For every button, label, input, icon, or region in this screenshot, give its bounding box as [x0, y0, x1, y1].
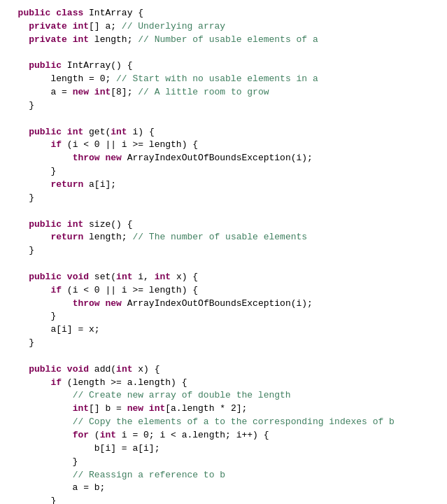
code-line: // Copy the elements of a to the corresp… — [0, 416, 447, 429]
code-line: } — [0, 192, 447, 205]
code-line: a[i] = x; — [0, 323, 447, 337]
code-line: int[] b = new int[a.length * 2]; — [0, 402, 447, 416]
code-line: throw new ArrayIndexOutOfBoundsException… — [0, 298, 447, 311]
code-line: public int get(int i) { — [0, 126, 447, 139]
code-line: public void set(int i, int x) { — [0, 271, 447, 284]
code-line — [0, 113, 447, 126]
code-line: // Create new array of double the length — [0, 389, 447, 402]
code-line: b[i] = a[i]; — [0, 442, 447, 456]
code-line: private int[] a; // Underlying array — [0, 20, 447, 34]
code-line: } — [0, 99, 447, 113]
code-line: a = new int[8]; // A little room to grow — [0, 86, 447, 99]
code-line: } — [0, 456, 447, 469]
code-line: if (i < 0 || i >= length) { — [0, 284, 447, 298]
code-editor: public class IntArray { private int[] a;… — [0, 0, 447, 504]
code-line: public IntArray() { — [0, 59, 447, 73]
code-line: return length; // The number of usable e… — [0, 231, 447, 244]
code-line: } — [0, 244, 447, 258]
code-line: if (i < 0 || i >= length) { — [0, 139, 447, 152]
code-line: } — [0, 337, 447, 350]
code-line — [0, 350, 447, 363]
code-line: return a[i]; — [0, 178, 447, 192]
code-line: public class IntArray { — [0, 7, 447, 20]
code-line: throw new ArrayIndexOutOfBoundsException… — [0, 152, 447, 165]
code-line: if (length >= a.length) { — [0, 377, 447, 390]
code-line: a = b; — [0, 482, 447, 495]
code-line: public void add(int x) { — [0, 363, 447, 377]
code-line: } — [0, 495, 447, 504]
code-line: private int length; // Number of usable … — [0, 34, 447, 47]
code-line: for (int i = 0; i < a.length; i++) { — [0, 429, 447, 442]
code-line — [0, 258, 447, 271]
code-line — [0, 47, 447, 60]
code-line: } — [0, 310, 447, 323]
code-line: length = 0; // Start with no usable elem… — [0, 73, 447, 86]
code-line: } — [0, 165, 447, 178]
code-line: // Reassign a reference to b — [0, 469, 447, 482]
code-line: public int size() { — [0, 218, 447, 232]
code-line — [0, 205, 447, 218]
